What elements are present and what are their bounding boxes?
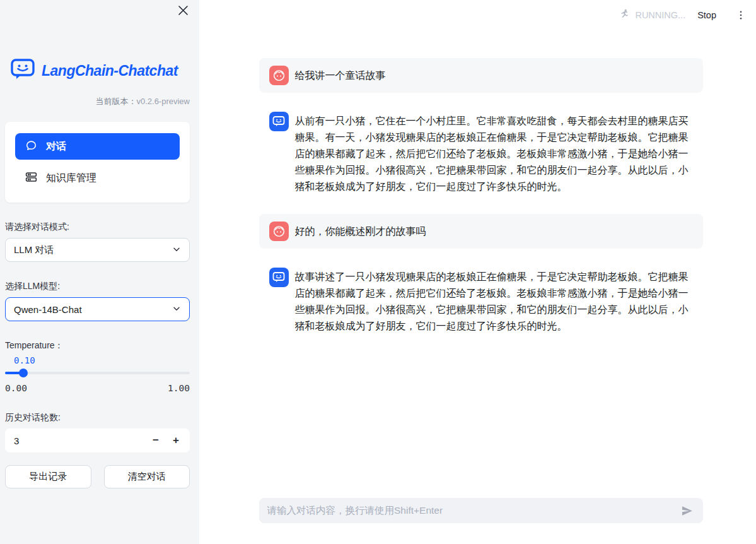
sidebar-nav-card: 对话 知识库管理 [5, 122, 190, 203]
chat-input-bar [259, 498, 703, 523]
chat-message: 给我讲一个童话故事 [259, 58, 703, 93]
sidebar-item-label: 知识库管理 [46, 172, 96, 185]
overflow-menu-button[interactable] [734, 8, 748, 22]
user-face-icon [272, 225, 286, 238]
slider-range-labels: 0.00 1.00 [5, 383, 190, 393]
slider-min-label: 0.00 [5, 383, 27, 393]
app-logo: LangChain-Chatchat [10, 58, 190, 83]
version-label: 当前版本： [95, 97, 136, 106]
chat-message: 好的，你能概述刚才的故事吗 [259, 214, 703, 249]
send-button[interactable] [679, 502, 695, 519]
avatar [269, 112, 289, 131]
message-text: 好的，你能概述刚才的故事吗 [295, 223, 426, 240]
kebab-menu-icon [735, 9, 747, 21]
sidebar-close-button[interactable] [175, 4, 190, 19]
chat-message: 从前有一只小猪，它住在一个小村庄里。它非常喜欢吃甜食，每天都会去村里的糖果店买糖… [259, 112, 703, 195]
message-text: 故事讲述了一只小猪发现糖果店的老板娘正在偷糖果，于是它决定帮助老板娘。它把糖果店… [295, 269, 693, 334]
increment-button[interactable]: + [166, 430, 186, 451]
message-text: 从前有一只小猪，它住在一个小村庄里。它非常喜欢吃甜食，每天都会去村里的糖果店买糖… [295, 113, 693, 195]
export-history-button[interactable]: 导出记录 [5, 465, 91, 488]
slider-thumb[interactable] [19, 369, 28, 377]
logo-chat-smiley-icon [10, 58, 35, 83]
chevron-down-icon [172, 244, 182, 256]
assistant-chat-smiley-icon [272, 271, 285, 283]
sidebar-actions: 导出记录 清空对话 [5, 465, 190, 488]
chat-message: 故事讲述了一只小猪发现糖果店的老板娘正在偷糖果，于是它决定帮助老板娘。它把糖果店… [259, 268, 703, 334]
sidebar-item-label: 对话 [46, 140, 66, 153]
dialogue-mode-label: 请选择对话模式: [5, 222, 190, 233]
slider-track[interactable] [5, 372, 190, 374]
sidebar: LangChain-Chatchat 当前版本：v0.2.6-preview 对… [0, 0, 199, 544]
chevron-down-icon [172, 304, 182, 316]
avatar [269, 222, 289, 241]
app-window: LangChain-Chatchat 当前版本：v0.2.6-preview 对… [0, 0, 756, 544]
llm-model-select[interactable]: Qwen-14B-Chat [5, 297, 190, 321]
version-value: v0.2.6-preview [136, 97, 190, 106]
sidebar-item-dialogue[interactable]: 对话 [15, 133, 180, 160]
dialogue-mode-select[interactable]: LLM 对话 [5, 238, 190, 262]
version-info: 当前版本：v0.2.6-preview [5, 96, 190, 107]
assistant-chat-smiley-icon [272, 115, 285, 127]
close-icon [178, 5, 189, 18]
llm-model-value: Qwen-14B-Chat [14, 304, 82, 315]
temperature-value: 0.10 [14, 355, 190, 365]
llm-model-label: 选择LLM模型: [5, 281, 190, 292]
knowledge-base-icon [25, 170, 38, 186]
chat-messages: 给我讲一个童话故事 从前有一只小猪，它住在一个小村庄里。它非常喜欢吃甜食，每天都… [259, 0, 703, 334]
history-rounds-stepper: − + [5, 429, 190, 452]
dialogue-mode-value: LLM 对话 [14, 244, 54, 256]
user-face-icon [272, 69, 286, 82]
message-text: 给我讲一个童话故事 [295, 68, 386, 84]
history-rounds-label: 历史对话轮数: [5, 412, 190, 423]
temperature-slider[interactable] [5, 369, 190, 377]
send-icon [680, 504, 694, 517]
history-rounds-input[interactable] [14, 435, 146, 446]
slider-max-label: 1.00 [168, 383, 190, 393]
clear-dialogue-button[interactable]: 清空对话 [104, 465, 190, 488]
main-area: RUNNING... Stop 给我讲一个童话故事 [199, 0, 756, 544]
chat-bubble-icon [25, 139, 38, 155]
avatar [269, 268, 289, 287]
app-title: LangChain-Chatchat [42, 62, 178, 80]
decrement-button[interactable]: − [146, 430, 166, 451]
avatar [269, 66, 289, 85]
chat-input[interactable] [267, 505, 679, 516]
temperature-label: Temperature： [5, 340, 190, 352]
sidebar-item-knowledge-base[interactable]: 知识库管理 [15, 165, 180, 191]
